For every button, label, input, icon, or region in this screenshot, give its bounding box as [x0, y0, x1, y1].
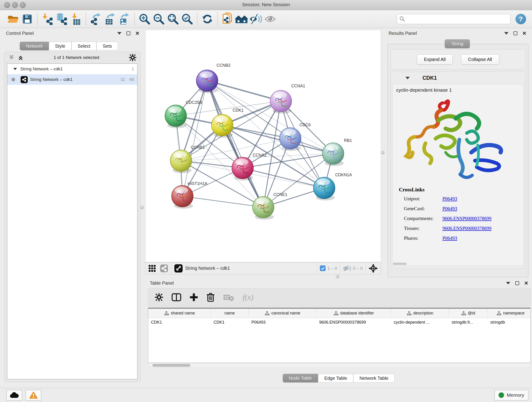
network-node-ccna2[interactable]: [232, 157, 253, 181]
grid-view-icon[interactable]: [148, 264, 156, 272]
export-image-button[interactable]: [117, 12, 132, 26]
panel-close-icon[interactable]: ✕: [524, 281, 528, 286]
zoom-in-button[interactable]: [138, 12, 152, 26]
search-box[interactable]: [397, 14, 510, 24]
open-session-button[interactable]: [6, 12, 20, 26]
column-header--id[interactable]: @id: [449, 308, 488, 318]
crosslink-link[interactable]: P06493: [443, 196, 457, 202]
network-collection-row[interactable]: String Network – cdk1 1: [7, 64, 137, 74]
column-header-name[interactable]: name: [211, 308, 249, 318]
table-cell[interactable]: stringdb:9...: [449, 318, 488, 327]
results-scrollbar[interactable]: [393, 263, 407, 265]
panel-float-icon[interactable]: [513, 32, 517, 35]
delete-column-trash-icon[interactable]: [206, 293, 215, 302]
table-cell[interactable]: CDK1: [148, 318, 211, 327]
tab-sets[interactable]: Sets: [96, 42, 118, 51]
network-node-ccnb1[interactable]: [170, 150, 192, 173]
table-cell[interactable]: 9606.ENSP00000378699: [317, 318, 391, 327]
network-node-hist1h1a[interactable]: [172, 185, 193, 209]
tree-expander-icon[interactable]: [13, 68, 17, 70]
network-node-ccne1[interactable]: [253, 196, 274, 220]
birdseye-navigator-icon[interactable]: [368, 264, 378, 273]
network-row[interactable]: String Network – cdk1 11 48: [7, 74, 137, 85]
collapse-all-button[interactable]: Collapse All: [461, 54, 499, 65]
zoom-out-button[interactable]: [152, 12, 166, 26]
string-network-graph[interactable]: CCNB2CCNA1CDC25BCDK1CDC6RB1CCNB1CCNA2CDK…: [146, 30, 381, 262]
first-neighbors-button[interactable]: [234, 12, 249, 26]
panel-close-icon[interactable]: ✕: [135, 31, 139, 36]
open-in-window-icon[interactable]: [174, 264, 183, 273]
crosslink-row: Tissues:9606.ENSP00000378699: [399, 225, 491, 231]
show-all-button[interactable]: [263, 12, 277, 26]
column-header-canonical-name[interactable]: canonical name: [249, 308, 317, 318]
add-column-plus-icon[interactable]: [190, 293, 198, 302]
zoom-selected-button[interactable]: [180, 12, 194, 26]
export-network-button[interactable]: [89, 12, 103, 26]
section-expander-icon[interactable]: [405, 77, 410, 79]
panel-menu-icon[interactable]: [504, 32, 508, 35]
hscrollbar-thumb[interactable]: [152, 364, 190, 367]
panel-float-icon[interactable]: [515, 281, 519, 285]
zoom-fit-button[interactable]: [166, 12, 180, 26]
table-options-gear-icon[interactable]: [155, 293, 163, 302]
tab-node-table[interactable]: Node Table: [283, 374, 318, 383]
column-header-description[interactable]: description: [391, 308, 449, 318]
table-cell[interactable]: stringdb: [488, 318, 531, 327]
selected-checkbox-icon[interactable]: [320, 265, 326, 271]
column-header-shared-name[interactable]: shared name: [148, 308, 211, 318]
gene-section-header[interactable]: CDK1: [391, 72, 525, 84]
tab-network[interactable]: Network: [20, 42, 49, 51]
crosslink-link[interactable]: P06493: [443, 235, 457, 241]
panel-menu-icon[interactable]: [117, 32, 121, 35]
show-columns-icon[interactable]: [172, 293, 181, 302]
table-row[interactable]: CDK1CDK1P064939606.ENSP00000378699cyclin…: [148, 318, 530, 327]
table-cell[interactable]: CDK1: [211, 318, 249, 327]
network-node-ccna1[interactable]: [270, 90, 292, 114]
clone-network-button[interactable]: [220, 12, 234, 26]
crosslink-link[interactable]: 9606.ENSP00000378699: [443, 216, 491, 221]
network-node-ccnb2[interactable]: [196, 70, 218, 93]
network-node-rb1[interactable]: [322, 143, 344, 166]
hide-selected-button[interactable]: [249, 12, 263, 26]
table-hscrollbar[interactable]: [148, 363, 531, 367]
node-table[interactable]: shared namenamecanonical namedatabase id…: [148, 308, 531, 363]
panel-float-icon[interactable]: [127, 32, 130, 35]
table-cell[interactable]: P06493: [249, 318, 317, 327]
column-header-namespace[interactable]: namespace: [488, 308, 531, 318]
save-session-button[interactable]: [20, 12, 34, 26]
expand-all-button[interactable]: Expand All: [417, 54, 453, 65]
expand-all-icon[interactable]: [17, 54, 24, 61]
warning-button[interactable]: [26, 390, 41, 400]
search-input[interactable]: [405, 17, 506, 22]
left-splitter-handle[interactable]: [140, 206, 144, 209]
cloud-button[interactable]: [6, 390, 22, 400]
tab-select[interactable]: Select: [71, 42, 97, 51]
network-node-cdkn1a[interactable]: [313, 177, 335, 201]
help-button[interactable]: ?: [515, 14, 526, 24]
import-network-file-button[interactable]: [40, 12, 55, 26]
crosslink-link[interactable]: 9606.ENSP00000378699: [443, 225, 491, 231]
import-network-database-button[interactable]: [55, 12, 69, 26]
collapse-all-icon[interactable]: [8, 54, 15, 61]
table-cell[interactable]: cyclin-dependent ...: [391, 318, 449, 327]
export-table-button[interactable]: [103, 12, 117, 26]
crosslink-link[interactable]: P06493: [443, 206, 457, 211]
network-node-cdc6[interactable]: [279, 128, 301, 151]
tab-style[interactable]: Style: [49, 42, 71, 51]
network-options-gear-icon[interactable]: [129, 54, 137, 61]
import-table-file-button[interactable]: [69, 12, 83, 26]
tab-edge-table[interactable]: Edge Table: [318, 374, 353, 383]
memory-button[interactable]: Memory: [494, 390, 528, 400]
panel-menu-icon[interactable]: [506, 282, 510, 284]
network-node-cdc25b[interactable]: [165, 105, 186, 128]
tab-string[interactable]: String: [445, 39, 470, 48]
network-canvas[interactable]: CCNB2CCNA1CDC25BCDK1CDC6RB1CCNB1CCNA2CDK…: [145, 30, 381, 262]
refresh-button[interactable]: [200, 12, 215, 26]
panel-close-icon[interactable]: ✕: [522, 31, 526, 36]
right-splitter-handle[interactable]: [381, 151, 385, 154]
network-node-cdk1[interactable]: [211, 114, 233, 138]
bottom-splitter-handle[interactable]: [336, 275, 339, 278]
column-header-database-identifier[interactable]: database identifier: [317, 308, 391, 318]
string-view-icon[interactable]: [160, 264, 168, 273]
tab-network-table[interactable]: Network Table: [353, 374, 394, 383]
